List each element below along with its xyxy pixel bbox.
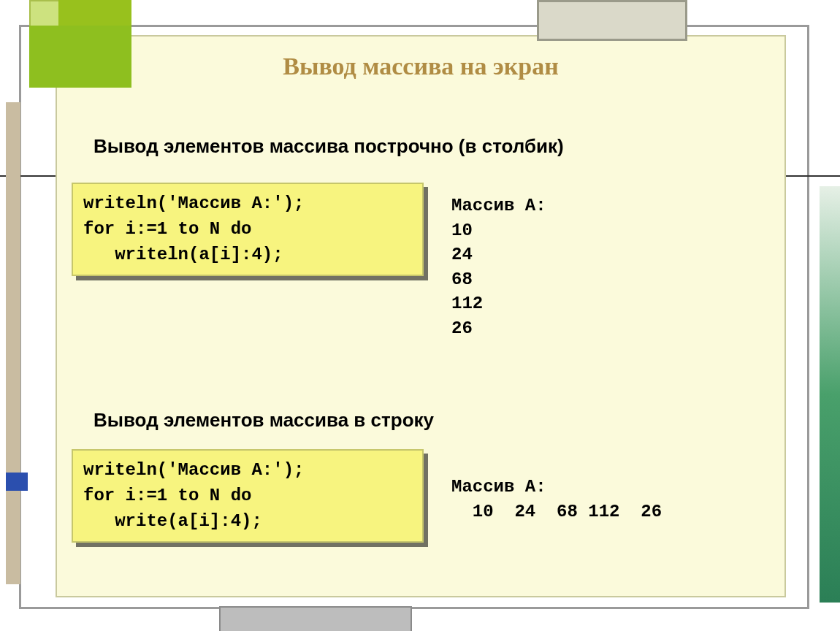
output-column: Массив A: 10 24 68 112 26	[451, 194, 546, 341]
code-block-row: writeln('Массив A:'); for i:=1 to N do w…	[72, 449, 424, 543]
slide-stage: Вывод массива на экран Вывод элементов м…	[0, 0, 840, 631]
deco-rect-green-main	[29, 26, 131, 88]
deco-square-blue	[6, 473, 28, 491]
deco-strip-brown	[6, 102, 20, 584]
deco-rect-gray-bottom	[219, 606, 412, 631]
slide-title: Вывод массива на экран	[57, 53, 784, 80]
output-row: Массив A: 10 24 68 112 26	[451, 475, 662, 524]
slide-body: Вывод массива на экран Вывод элементов м…	[56, 35, 786, 597]
deco-rect-green-top	[58, 0, 131, 26]
section2-heading: Вывод элементов массива в строку	[93, 409, 434, 432]
code-block-column: writeln('Массив A:'); for i:=1 to N do w…	[72, 183, 424, 276]
deco-strip-green	[820, 186, 840, 603]
section1-heading: Вывод элементов массива построчно (в сто…	[93, 135, 564, 158]
deco-rect-gray-top	[537, 0, 687, 41]
deco-square-light-green	[29, 0, 61, 28]
